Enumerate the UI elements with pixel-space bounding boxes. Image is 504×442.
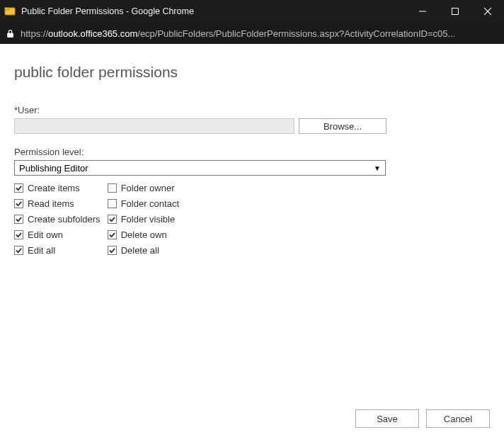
- checkbox-label: Delete all: [121, 245, 159, 256]
- user-row: Browse...: [14, 118, 490, 134]
- checkbox-box[interactable]: [14, 199, 23, 208]
- checkbox-box[interactable]: [14, 246, 23, 255]
- checkbox-col2-2[interactable]: Folder visible: [108, 214, 179, 225]
- window-controls: [406, 0, 504, 23]
- window-titlebar: Public Folder Permissions - Google Chrom…: [0, 0, 504, 23]
- minimize-button[interactable]: [406, 0, 439, 23]
- lock-icon: [6, 29, 15, 38]
- checkbox-col2-0[interactable]: Folder owner: [108, 183, 179, 193]
- checkbox-label: Folder owner: [121, 183, 175, 193]
- checkbox-col1-0[interactable]: Create items: [14, 183, 101, 193]
- user-label: *User:: [14, 105, 490, 115]
- checkbox-column-2: Folder ownerFolder contactFolder visible…: [108, 183, 179, 256]
- permission-level-value: Publishing Editor: [19, 163, 88, 174]
- permission-level-label: Permission level:: [14, 147, 490, 157]
- checkbox-label: Folder visible: [121, 214, 176, 225]
- checkbox-box[interactable]: [108, 230, 117, 239]
- address-bar[interactable]: https://outlook.office365.com/ecp/Public…: [0, 23, 504, 44]
- checkbox-col1-4[interactable]: Edit all: [14, 245, 101, 256]
- permission-level-select[interactable]: Publishing Editor ▼: [14, 160, 386, 176]
- svg-rect-1: [5, 8, 9, 10]
- url-text: https://outlook.office365.com/ecp/Public…: [21, 28, 455, 39]
- checkbox-column-1: Create itemsRead itemsCreate subfoldersE…: [14, 183, 101, 256]
- checkbox-box[interactable]: [14, 230, 23, 239]
- checkbox-col1-1[interactable]: Read items: [14, 198, 101, 209]
- checkbox-box[interactable]: [108, 246, 117, 255]
- dialog-footer: Save Cancel: [355, 409, 490, 428]
- checkbox-box[interactable]: [108, 215, 117, 224]
- checkbox-box[interactable]: [108, 183, 117, 193]
- close-button[interactable]: [471, 0, 504, 23]
- page-title: public folder permissions: [14, 64, 490, 81]
- checkbox-label: Delete own: [121, 230, 167, 240]
- checkbox-box[interactable]: [14, 215, 23, 224]
- checkbox-col1-3[interactable]: Edit own: [14, 230, 101, 240]
- checkbox-col1-2[interactable]: Create subfolders: [14, 214, 101, 225]
- page-content: public folder permissions *User: Browse.…: [0, 44, 504, 442]
- checkbox-col2-1[interactable]: Folder contact: [108, 198, 179, 209]
- chevron-down-icon: ▼: [374, 164, 381, 172]
- checkbox-label: Folder contact: [121, 198, 179, 209]
- window-title: Public Folder Permissions - Google Chrom…: [21, 6, 406, 16]
- cancel-button[interactable]: Cancel: [426, 409, 490, 428]
- app-favicon: [4, 6, 16, 17]
- url-scheme: https://: [21, 28, 48, 39]
- permission-checkboxes: Create itemsRead itemsCreate subfoldersE…: [14, 183, 490, 256]
- checkbox-label: Edit own: [28, 230, 63, 240]
- checkbox-label: Read items: [28, 198, 74, 209]
- url-domain: outlook.office365.com: [48, 28, 137, 39]
- checkbox-col2-3[interactable]: Delete own: [108, 230, 179, 240]
- checkbox-label: Edit all: [28, 245, 55, 256]
- url-path: /ecp/PublicFolders/PublicFolderPermissio…: [137, 28, 455, 39]
- checkbox-box[interactable]: [14, 183, 23, 193]
- checkbox-box[interactable]: [108, 199, 117, 208]
- checkbox-col2-4[interactable]: Delete all: [108, 245, 179, 256]
- checkbox-label: Create subfolders: [28, 214, 101, 225]
- svg-rect-3: [452, 8, 459, 15]
- maximize-button[interactable]: [439, 0, 471, 23]
- browse-button[interactable]: Browse...: [299, 118, 386, 134]
- user-input[interactable]: [14, 118, 294, 134]
- checkbox-label: Create items: [28, 183, 80, 193]
- save-button[interactable]: Save: [355, 409, 419, 428]
